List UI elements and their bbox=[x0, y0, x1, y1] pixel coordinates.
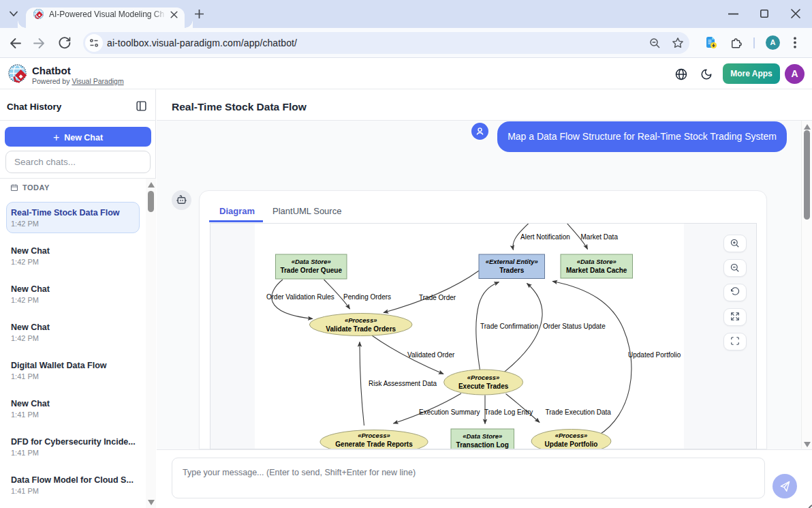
svg-text:«Process»: «Process» bbox=[358, 432, 390, 439]
svg-text:«Process»: «Process» bbox=[467, 374, 500, 381]
svg-text:«Process»: «Process» bbox=[555, 432, 588, 439]
svg-text:Generate Trade Reports: Generate Trade Reports bbox=[335, 440, 413, 448]
svg-text:Updated Portfolio: Updated Portfolio bbox=[628, 351, 681, 359]
svg-text:Trade Order: Trade Order bbox=[419, 294, 456, 301]
svg-text:Transaction Log: Transaction Log bbox=[456, 441, 509, 449]
svg-text:Trade Confirmation: Trade Confirmation bbox=[480, 323, 538, 330]
svg-text:«Process»: «Process» bbox=[345, 316, 377, 324]
svg-text:Update Portfolio: Update Portfolio bbox=[545, 440, 598, 448]
svg-text:«Data Store»: «Data Store» bbox=[577, 258, 616, 265]
svg-text:«Data Store»: «Data Store» bbox=[463, 432, 502, 440]
svg-text:Risk Assessment Data: Risk Assessment Data bbox=[369, 380, 437, 387]
svg-text:Execution Summary: Execution Summary bbox=[419, 408, 480, 416]
svg-text:«External Entity»: «External Entity» bbox=[486, 258, 538, 265]
svg-text:Validate Trade Orders: Validate Trade Orders bbox=[326, 325, 396, 333]
svg-text:Execute Trades: Execute Trades bbox=[458, 383, 509, 390]
svg-text:Market Data: Market Data bbox=[581, 233, 619, 241]
svg-text:Pending Orders: Pending Orders bbox=[343, 293, 391, 301]
svg-text:Trade Execution Data: Trade Execution Data bbox=[546, 408, 612, 416]
svg-text:Traders: Traders bbox=[499, 267, 525, 274]
svg-text:Trade Order Queue: Trade Order Queue bbox=[280, 267, 342, 274]
svg-text:«Data Store»: «Data Store» bbox=[292, 258, 331, 265]
svg-text:Alert Notification: Alert Notification bbox=[520, 233, 570, 241]
svg-text:Validated Order: Validated Order bbox=[407, 351, 455, 359]
svg-text:Market Data Cache: Market Data Cache bbox=[566, 267, 627, 274]
svg-text:Order Status Update: Order Status Update bbox=[543, 323, 606, 330]
svg-text:Order Validation Rules: Order Validation Rules bbox=[266, 293, 334, 301]
svg-text:Trade Log Entry: Trade Log Entry bbox=[484, 408, 533, 416]
